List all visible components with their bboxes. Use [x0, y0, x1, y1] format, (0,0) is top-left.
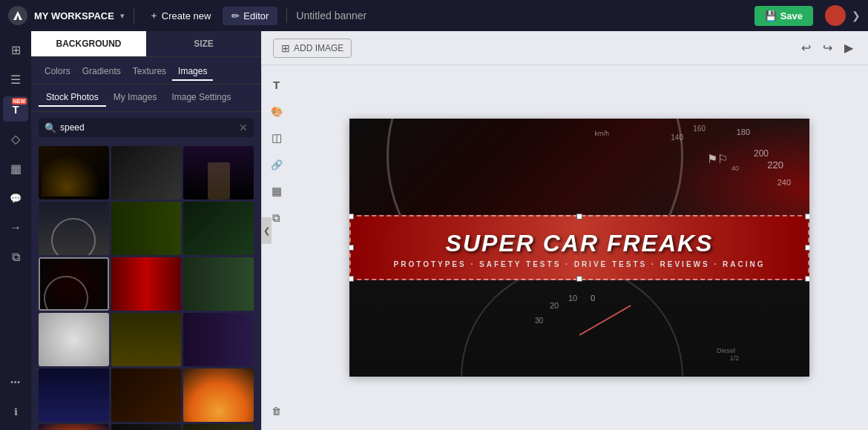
list-item[interactable]: [183, 257, 254, 311]
clear-search-icon[interactable]: ✕: [239, 122, 248, 133]
handle-top-right[interactable]: [805, 214, 809, 219]
subtab-colors[interactable]: Colors: [39, 63, 76, 81]
sidebar-item-grid[interactable]: ⊞: [3, 37, 28, 62]
plus-square-icon: ⊞: [281, 42, 290, 54]
subtab-textures[interactable]: Textures: [127, 63, 172, 81]
search-icon: 🔍: [45, 122, 56, 133]
workspace-label[interactable]: MY WORKSPACE: [34, 10, 114, 22]
new-badge: NEW: [12, 98, 27, 105]
panel-collapse-button[interactable]: ❮: [261, 217, 272, 244]
link-tool-btn[interactable]: 🔗: [265, 153, 289, 176]
subtab-gradients[interactable]: Gradients: [76, 63, 127, 81]
user-avatar[interactable]: [825, 5, 846, 26]
share-icon: →: [10, 221, 22, 234]
workspace-caret-icon[interactable]: ▾: [120, 11, 125, 21]
tab-size[interactable]: SIZE: [146, 31, 261, 56]
banner-subtitle-text: PROTOTYPES · SAFETY TESTS · DRIVE TESTS …: [366, 260, 793, 268]
sidebar-item-more[interactable]: •••: [3, 369, 28, 394]
sidebar-item-copy[interactable]: ⧉: [3, 245, 28, 270]
info-icon: ℹ: [14, 406, 18, 417]
list-item[interactable]: [39, 146, 109, 199]
tab-stock-photos[interactable]: Stock Photos: [39, 89, 106, 107]
list-icon: ☰: [10, 73, 21, 87]
canvas[interactable]: 180 160 140 200 220 240 km/h 40 ⚑⚐: [349, 119, 809, 377]
list-item[interactable]: [111, 368, 182, 422]
canvas-area: 180 160 140 200 220 240 km/h 40 ⚑⚐: [291, 65, 868, 430]
list-item[interactable]: [39, 202, 109, 255]
undo-button[interactable]: ↩: [798, 38, 814, 58]
text-tool-icon: T: [273, 79, 280, 91]
text-tool-btn[interactable]: T: [265, 73, 289, 96]
plus-icon: ＋: [149, 9, 159, 22]
list-item[interactable]: [183, 146, 254, 199]
link-icon: 🔗: [271, 159, 283, 171]
search-input[interactable]: [60, 122, 239, 133]
sub-tabs: Colors Gradients Textures Images: [31, 57, 261, 85]
play-button[interactable]: ▶: [841, 38, 856, 58]
handle-right-mid[interactable]: [805, 245, 809, 251]
sidebar-item-share[interactable]: →: [3, 215, 28, 240]
sidebar-item-chat[interactable]: 💬: [3, 185, 28, 211]
editor-area: ❮ ❯ ⊞ ADD IMAGE ↩ ↪ ▶ T 🎨: [261, 31, 868, 430]
tab-image-settings[interactable]: Image Settings: [164, 89, 238, 107]
handle-bottom-mid[interactable]: [576, 276, 582, 282]
save-button[interactable]: 💾 Save: [754, 6, 813, 26]
tab-my-images[interactable]: My Images: [106, 89, 165, 107]
list-item[interactable]: [111, 257, 182, 311]
sidebar-item-text[interactable]: T NEW: [3, 96, 28, 122]
banner-element[interactable]: SUPER CAR FREAKS PROTOTYPES · SAFETY TES…: [349, 215, 809, 280]
film-tool-btn[interactable]: ▦: [265, 179, 289, 203]
layers-tool-icon: ◫: [272, 131, 282, 145]
list-item[interactable]: [39, 313, 109, 366]
editor-btn[interactable]: ✏ Editor: [223, 7, 277, 25]
create-new-button[interactable]: ＋ Create new: [143, 6, 217, 25]
list-item[interactable]: [39, 424, 109, 430]
handle-top-left[interactable]: [349, 214, 354, 219]
redo-button[interactable]: ↪: [820, 38, 835, 58]
list-item[interactable]: [111, 424, 182, 430]
speedo-dial-bottom: [461, 265, 683, 377]
chat-icon: 💬: [10, 193, 22, 204]
delete-tool-btn[interactable]: 🗑: [265, 399, 289, 423]
handle-left-mid[interactable]: [349, 245, 354, 251]
sidebar-item-media[interactable]: ▦: [3, 156, 28, 181]
grid-icon: ⊞: [11, 43, 21, 57]
list-item[interactable]: [39, 257, 109, 311]
list-item[interactable]: [183, 202, 254, 255]
trash-icon: 🗑: [272, 406, 281, 417]
more-icon: •••: [10, 378, 21, 386]
canvas-container: T 🎨 ◫ 🔗 ▦ ⧉ 🗑: [261, 65, 868, 430]
handle-top-mid[interactable]: [576, 214, 582, 219]
list-item[interactable]: [183, 368, 254, 422]
image-type-tabs: Stock Photos My Images Image Settings: [31, 85, 261, 112]
right-collapse-icon[interactable]: ❯: [852, 10, 861, 22]
list-item[interactable]: [111, 146, 182, 199]
editor-toolbar: ⊞ ADD IMAGE ↩ ↪ ▶: [261, 31, 868, 65]
handle-bottom-left[interactable]: [349, 276, 354, 282]
add-image-button[interactable]: ⊞ ADD IMAGE: [273, 39, 352, 58]
doc-title-input[interactable]: [296, 10, 748, 22]
shapes-icon: ◇: [11, 132, 20, 146]
layers-tool-btn[interactable]: ◫: [265, 126, 289, 150]
save-icon: 💾: [765, 10, 777, 22]
color-tool-btn[interactable]: 🎨: [265, 99, 289, 123]
list-item[interactable]: [111, 313, 182, 366]
sidebar-item-list[interactable]: ☰: [3, 67, 28, 92]
tab-background[interactable]: BACKGROUND: [31, 31, 146, 56]
list-item[interactable]: [111, 202, 182, 255]
search-bar: 🔍 ✕: [39, 118, 254, 137]
copy-icon: ⧉: [12, 251, 20, 264]
logo-icon: [7, 5, 28, 26]
duplicate-icon: ⧉: [272, 211, 280, 225]
subtab-images[interactable]: Images: [172, 63, 213, 81]
sidebar-item-info[interactable]: ℹ: [3, 399, 28, 424]
palette-icon: 🎨: [271, 106, 283, 117]
handle-bottom-right[interactable]: [805, 276, 809, 282]
list-item[interactable]: [183, 424, 254, 430]
pencil-icon: ✏: [231, 10, 240, 22]
list-item[interactable]: [39, 368, 109, 422]
film-icon: ▦: [272, 185, 282, 198]
list-item[interactable]: [183, 313, 254, 366]
icon-bar: ⊞ ☰ T NEW ◇ ▦ 💬 → ⧉ ••• ℹ: [0, 31, 31, 430]
sidebar-item-shapes[interactable]: ◇: [3, 126, 28, 151]
